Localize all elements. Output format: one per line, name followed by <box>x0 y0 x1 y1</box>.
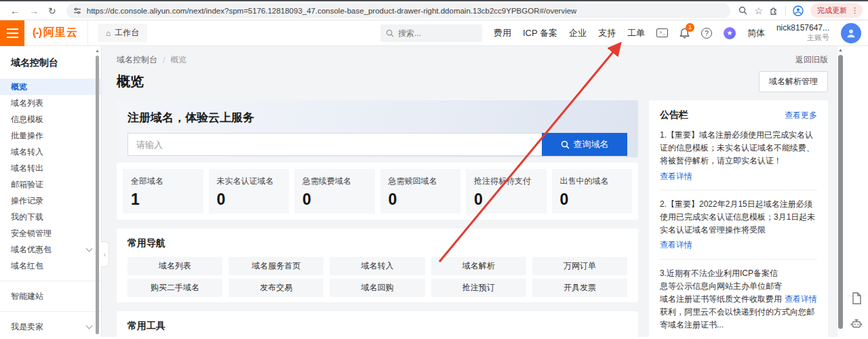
sidebar-item-domain-list[interactable]: 域名列表 <box>0 95 101 111</box>
zoom-icon[interactable] <box>738 6 747 15</box>
product-menu-icon[interactable] <box>0 20 24 46</box>
notifications-bell-icon[interactable]: 1 <box>679 28 690 39</box>
sidebar-item-batch-ops[interactable]: 批量操作 <box>0 127 101 144</box>
extensions-icon[interactable] <box>770 6 778 15</box>
address-bar[interactable]: https://dc.console.aliyun.com/next/index… <box>66 3 731 18</box>
avatar[interactable] <box>841 23 861 43</box>
domain-search-button[interactable]: 查询域名 <box>542 133 627 156</box>
stat-need-redeem[interactable]: 急需赎回域名 0 <box>380 169 461 214</box>
nav-domain-home[interactable]: 域名服务首页 <box>229 257 323 275</box>
home-icon: ⌂ <box>106 28 111 38</box>
sidebar-item-transfer-in[interactable]: 域名转入 <box>0 144 101 160</box>
chevron-down-icon <box>86 322 93 329</box>
sidebar-title: 域名控制台 <box>0 46 101 79</box>
language-selector[interactable]: 简体 <box>747 27 765 39</box>
username: nick8157647... <box>776 23 829 33</box>
divider <box>0 281 101 281</box>
assistant-icon[interactable]: ★ <box>724 27 736 39</box>
nav-domain-list[interactable]: 域名列表 <box>127 257 222 275</box>
sidebar-collapse-toggle[interactable]: ‹ <box>101 241 109 267</box>
notification-badge: 1 <box>686 23 694 32</box>
search-input[interactable] <box>380 24 482 42</box>
domain-search-input[interactable] <box>127 133 542 156</box>
browser-forward-icon[interactable]: → <box>29 6 39 16</box>
page-body: 域名控制台 概览 域名列表 信息模板 批量操作 域名转入 域名转出 邮箱验证 操… <box>0 46 868 337</box>
help-icon[interactable]: ? <box>701 28 712 39</box>
cloudshell-icon[interactable]: >_ <box>656 28 668 37</box>
stat-unverified[interactable]: 未实名认证域名 0 <box>209 169 290 214</box>
back-to-old-link[interactable]: 返回旧版 <box>795 54 828 66</box>
url-text: https://dc.console.aliyun.com/next/index… <box>87 7 577 15</box>
menu-tickets[interactable]: 工单 <box>627 27 645 39</box>
left-column: 注册域名，体验云上服务 查询域名 全部域名 1 <box>117 100 638 337</box>
menu-support[interactable]: 支持 <box>598 27 616 39</box>
nav-invoice[interactable]: 开具发票 <box>532 279 627 297</box>
right-gutter <box>844 46 868 337</box>
nav-dns[interactable]: 域名解析 <box>431 257 526 275</box>
chevron-down-icon <box>86 245 93 252</box>
view-more-link[interactable]: 查看更多 <box>785 110 817 121</box>
account-info[interactable]: nick8157647... 主账号 <box>776 23 829 43</box>
site-info-icon[interactable] <box>73 7 81 15</box>
banner-title: 注册域名，体验云上服务 <box>127 110 627 125</box>
view-detail-link[interactable]: 查看详情 <box>660 239 692 252</box>
browser-profile-icon[interactable] <box>793 5 804 16</box>
nav-wanwang-orders[interactable]: 万网订单 <box>532 257 627 275</box>
stat-on-sale[interactable]: 出售中的域名 0 <box>552 169 633 214</box>
dns-manage-button[interactable]: 域名解析管理 <box>759 71 828 92</box>
bookmark-star-icon[interactable]: ☆ <box>754 6 763 16</box>
menu-enterprise[interactable]: 企业 <box>569 27 587 39</box>
page-title: 概览 <box>117 73 144 91</box>
search-icon <box>561 140 570 149</box>
view-detail-link[interactable]: 查看详情 <box>785 293 817 306</box>
sidebar-item-overview[interactable]: 概览 <box>0 79 101 95</box>
breadcrumb-current: 概览 <box>170 54 186 66</box>
content-columns: 注册域名，体验云上服务 查询域名 全部域名 1 <box>117 100 828 337</box>
menu-expenses[interactable]: 费用 <box>494 27 511 39</box>
nav-preorder[interactable]: 抢注预订 <box>431 279 526 297</box>
divider <box>660 190 817 191</box>
browser-bar: ← → ↻ https://dc.console.aliyun.com/next… <box>0 0 868 20</box>
browser-update-button[interactable]: 完成更新 ⋮ <box>810 3 863 18</box>
scroll-up-icon[interactable]: ▲ <box>838 47 843 52</box>
workbench-button[interactable]: ⌂ 工作台 <box>98 24 147 42</box>
right-column: 公告栏 查看更多 1.【重要】域名注册必须使用已完成实名认证的信息模板；未实名认… <box>649 100 828 337</box>
sidebar-item-site-builder[interactable]: 智能建站 <box>0 288 101 304</box>
page-scrollbar[interactable]: ▲ <box>837 46 844 337</box>
document-icon[interactable] <box>851 292 862 304</box>
breadcrumb-root[interactable]: 域名控制台 <box>117 54 157 66</box>
view-detail-link[interactable]: 查看详情 <box>660 170 692 183</box>
nav-buy-secondhand[interactable]: 购买二手域名 <box>127 279 222 297</box>
quick-nav-card: 常用导航 域名列表 域名服务首页 域名转入 域名解析 万网订单 购买二手域名 发… <box>117 228 638 302</box>
sidebar-item-red-packet[interactable]: 域名红包 <box>0 258 101 274</box>
sidebar-item-seller[interactable]: 我是卖家 <box>0 319 101 335</box>
stat-need-renew[interactable]: 急需续费域名 0 <box>294 169 375 214</box>
stat-all-domains[interactable]: 全部域名 1 <box>123 169 203 214</box>
sidebar-item-op-records[interactable]: 操作记录 <box>0 193 101 209</box>
sidebar-item-transfer-out[interactable]: 域名转出 <box>0 160 101 176</box>
nav-transfer-in[interactable]: 域名转入 <box>330 257 425 275</box>
nav-publish-trade[interactable]: 发布交易 <box>229 279 323 297</box>
menu-icp-beian[interactable]: ICP 备案 <box>523 27 557 39</box>
stat-bid-pending-pay[interactable]: 抢注得标待支付 0 <box>466 169 547 214</box>
scrollbar-thumb[interactable] <box>838 55 843 329</box>
customer-service-icon[interactable] <box>850 318 863 330</box>
sidebar-scrollbar[interactable] <box>96 56 99 334</box>
browser-menu-icon[interactable]: ⋮ <box>851 6 859 15</box>
divider <box>87 20 88 45</box>
browser-back-icon[interactable]: ← <box>10 6 20 16</box>
divider <box>0 311 101 312</box>
main-content: 域名控制台 / 概览 返回旧版 概览 域名解析管理 注册域名，体验云上服务 <box>102 46 837 337</box>
sidebar-item-security-lock[interactable]: 安全锁管理 <box>0 225 101 241</box>
sidebar-item-discount-pack[interactable]: 域名优惠包 <box>0 241 101 258</box>
browser-actions: ☆ 完成更新 ⋮ <box>738 3 863 18</box>
nav-buyback[interactable]: 域名回购 <box>330 279 425 297</box>
sidebar-item-my-downloads[interactable]: 我的下载 <box>0 209 101 225</box>
announcement-title: 公告栏 <box>660 109 688 121</box>
aliyun-logo[interactable]: (-) 阿里云 <box>33 26 78 40</box>
browser-refresh-icon[interactable]: ↻ <box>48 6 56 16</box>
search-icon <box>386 29 394 37</box>
sidebar-item-info-template[interactable]: 信息模板 <box>0 111 101 127</box>
sidebar-item-email-verify[interactable]: 邮箱验证 <box>0 176 101 193</box>
scroll-up-icon[interactable]: ▲ <box>95 48 100 53</box>
